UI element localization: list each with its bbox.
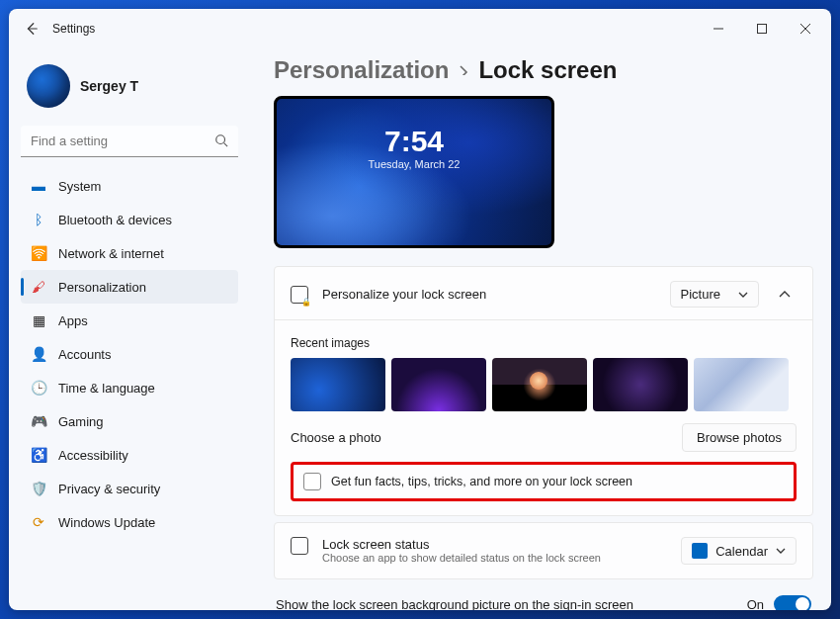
sidebar-item-label: Gaming xyxy=(58,414,104,429)
signin-toggle-wrap: On xyxy=(747,595,811,610)
recent-image-3[interactable] xyxy=(492,358,587,411)
preview-time: 7:54 xyxy=(277,125,551,158)
divider xyxy=(275,319,812,320)
signin-toggle[interactable] xyxy=(774,595,811,610)
search-input[interactable] xyxy=(21,126,238,157)
maximize-icon xyxy=(757,24,767,34)
main[interactable]: Personalization Lock screen 7:54 Tuesday… xyxy=(246,48,831,610)
status-icon xyxy=(291,537,308,555)
recent-image-1[interactable] xyxy=(291,358,385,411)
fun-facts-checkbox[interactable] xyxy=(303,473,321,490)
personalize-title: Personalize your lock screen xyxy=(322,287,656,302)
status-card[interactable]: Lock screen status Choose an app to show… xyxy=(274,522,813,579)
dropdown-value: Picture xyxy=(681,287,720,302)
sidebar: Sergey T ▬System ᛒBluetooth & devices 🛜N… xyxy=(9,48,246,610)
shield-icon: 🛡️ xyxy=(31,481,46,496)
signin-bg-row[interactable]: Show the lock screen background picture … xyxy=(274,585,813,610)
recent-image-4[interactable] xyxy=(593,358,688,411)
breadcrumb-parent[interactable]: Personalization xyxy=(274,56,449,84)
toggle-label: On xyxy=(747,597,764,611)
sidebar-item-update[interactable]: ⟳Windows Update xyxy=(21,505,238,539)
choose-photo-label: Choose a photo xyxy=(291,430,381,445)
fun-facts-row: Get fun facts, tips, tricks, and more on… xyxy=(291,462,797,501)
sidebar-item-system[interactable]: ▬System xyxy=(21,169,238,203)
sidebar-item-label: Accessibility xyxy=(58,448,128,463)
svg-point-1 xyxy=(216,135,225,144)
lock-screen-icon xyxy=(291,286,308,304)
breadcrumb: Personalization Lock screen xyxy=(274,56,813,84)
sidebar-item-label: Windows Update xyxy=(58,515,155,530)
bluetooth-icon: ᛒ xyxy=(31,212,46,227)
svg-rect-0 xyxy=(758,25,767,34)
minimize-icon xyxy=(714,24,723,34)
user-name: Sergey T xyxy=(80,78,138,94)
gamepad-icon: 🎮 xyxy=(31,413,46,429)
sidebar-item-label: System xyxy=(58,179,101,194)
card-header[interactable]: Personalize your lock screen Picture xyxy=(291,281,797,308)
brush-icon: 🖌 xyxy=(31,279,46,295)
collapse-button[interactable] xyxy=(773,289,797,301)
wifi-icon: 🛜 xyxy=(31,245,46,261)
personalize-card: Personalize your lock screen Picture Rec… xyxy=(274,266,813,516)
nav: ▬System ᛒBluetooth & devices 🛜Network & … xyxy=(21,169,238,539)
sidebar-item-personalization[interactable]: 🖌Personalization xyxy=(21,270,238,304)
apps-icon: ▦ xyxy=(31,312,46,328)
settings-window: Settings Sergey T ▬System ᛒBluetooth & d… xyxy=(9,9,831,610)
minimize-button[interactable] xyxy=(697,13,740,44)
content: Sergey T ▬System ᛒBluetooth & devices 🛜N… xyxy=(9,48,831,610)
arrow-left-icon xyxy=(25,22,39,36)
sidebar-item-time[interactable]: 🕒Time & language xyxy=(21,371,238,404)
choose-photo-row: Choose a photo Browse photos xyxy=(291,423,797,452)
lock-screen-mode-dropdown[interactable]: Picture xyxy=(670,281,759,308)
app-title: Settings xyxy=(52,22,95,36)
sidebar-item-bluetooth[interactable]: ᛒBluetooth & devices xyxy=(21,203,238,236)
calendar-icon xyxy=(692,543,708,559)
recent-image-5[interactable] xyxy=(694,358,789,411)
recent-images-label: Recent images xyxy=(291,332,797,358)
chevron-down-icon xyxy=(776,546,786,556)
status-app-dropdown[interactable]: Calendar xyxy=(681,537,797,565)
status-title: Lock screen status xyxy=(322,537,667,552)
recent-images xyxy=(291,358,797,411)
sidebar-item-label: Time & language xyxy=(58,381,155,396)
sidebar-item-label: Personalization xyxy=(58,280,146,295)
clock-icon: 🕒 xyxy=(31,380,46,396)
breadcrumb-current: Lock screen xyxy=(478,56,617,84)
sidebar-item-network[interactable]: 🛜Network & internet xyxy=(21,236,238,270)
search-wrap xyxy=(21,126,238,157)
sidebar-item-label: Bluetooth & devices xyxy=(58,213,172,227)
system-icon: ▬ xyxy=(31,178,46,194)
dropdown-value: Calendar xyxy=(715,544,768,559)
sidebar-item-label: Privacy & security xyxy=(58,482,160,496)
close-icon xyxy=(800,24,810,34)
sidebar-item-apps[interactable]: ▦Apps xyxy=(21,304,238,337)
status-text: Lock screen status Choose an app to show… xyxy=(322,537,667,564)
close-button[interactable] xyxy=(784,13,827,44)
chevron-down-icon xyxy=(738,290,748,300)
recent-image-2[interactable] xyxy=(391,358,486,411)
sidebar-item-label: Apps xyxy=(58,313,88,328)
chevron-right-icon xyxy=(459,65,468,75)
chevron-up-icon xyxy=(779,289,791,301)
sidebar-item-accessibility[interactable]: ♿Accessibility xyxy=(21,438,238,472)
search-icon xyxy=(214,133,228,150)
titlebar: Settings xyxy=(9,9,831,48)
maximize-button[interactable] xyxy=(740,13,784,44)
preview-date: Tuesday, March 22 xyxy=(277,158,551,170)
status-row: Lock screen status Choose an app to show… xyxy=(291,537,797,565)
window-controls xyxy=(697,13,827,44)
fun-facts-label: Get fun facts, tips, tricks, and more on… xyxy=(331,475,632,488)
accessibility-icon: ♿ xyxy=(31,447,46,463)
titlebar-left: Settings xyxy=(23,20,95,38)
sidebar-item-accounts[interactable]: 👤Accounts xyxy=(21,337,238,371)
person-icon: 👤 xyxy=(31,346,46,362)
preview-bg xyxy=(277,99,551,245)
sidebar-item-gaming[interactable]: 🎮Gaming xyxy=(21,404,238,438)
user-account-row[interactable]: Sergey T xyxy=(21,54,238,126)
back-button[interactable] xyxy=(23,20,41,38)
sidebar-item-label: Accounts xyxy=(58,347,111,362)
update-icon: ⟳ xyxy=(31,514,46,530)
sidebar-item-privacy[interactable]: 🛡️Privacy & security xyxy=(21,472,238,505)
browse-photos-button[interactable]: Browse photos xyxy=(682,423,797,452)
status-subtitle: Choose an app to show detailed status on… xyxy=(322,552,667,564)
